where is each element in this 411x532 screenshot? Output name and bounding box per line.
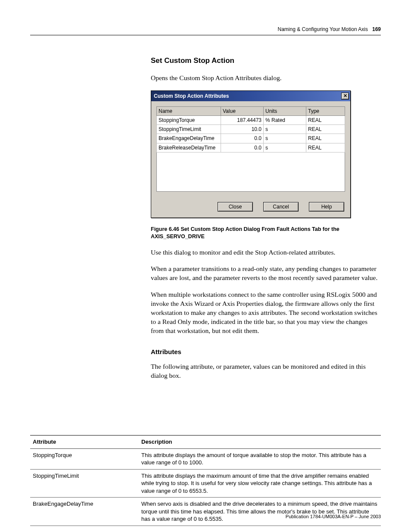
table-row[interactable]: StoppingTimeLimit 10.0 s REAL bbox=[157, 125, 345, 134]
attr-name: BrakeEngageDelayTime bbox=[30, 498, 139, 526]
dialog-titlebar: Custom Stop Action Attributes ✕ bbox=[151, 91, 350, 101]
cell-type[interactable]: REAL bbox=[306, 116, 345, 125]
table-row: BrakeEngageDelayTime When servo axis is … bbox=[30, 498, 381, 526]
dialog-title: Custom Stop Action Attributes bbox=[154, 93, 229, 100]
cell-type[interactable]: REAL bbox=[306, 134, 345, 143]
attr-desc: This attribute displays the maximum amou… bbox=[139, 469, 381, 498]
dialog-button-row: Close Cancel Help bbox=[151, 197, 350, 218]
close-button[interactable]: Close bbox=[218, 202, 253, 212]
grid-empty-area bbox=[156, 152, 345, 192]
attributes-description-table: Attribute Description StoppingTorque Thi… bbox=[30, 435, 381, 526]
th-attribute: Attribute bbox=[30, 436, 139, 449]
chapter-title: Naming & Configuring Your Motion Axis bbox=[278, 26, 368, 33]
cell-value[interactable]: 0.0 bbox=[221, 134, 264, 143]
page-header: Naming & Configuring Your Motion Axis 16… bbox=[30, 26, 381, 35]
table-row: StoppingTimeLimit This attribute display… bbox=[30, 469, 381, 498]
cell-name[interactable]: BrakeReleaseDelayTime bbox=[157, 143, 221, 152]
attr-name: StoppingTimeLimit bbox=[30, 469, 139, 498]
page-number: 169 bbox=[372, 26, 381, 33]
attr-desc: This attribute displays the amount of to… bbox=[139, 448, 381, 469]
intro-paragraph: Opens the Custom Stop Action Attributes … bbox=[151, 74, 381, 83]
cell-units[interactable]: s bbox=[264, 134, 306, 143]
cell-name[interactable]: StoppingTorque bbox=[157, 116, 221, 125]
cell-units[interactable]: % Rated bbox=[264, 116, 306, 125]
cell-value[interactable]: 10.0 bbox=[221, 125, 264, 134]
cell-value[interactable]: 187.44473 bbox=[221, 116, 264, 125]
col-units[interactable]: Units bbox=[264, 106, 306, 115]
help-button[interactable]: Help bbox=[309, 202, 344, 212]
attr-desc: When servo axis is disabled and the driv… bbox=[139, 498, 381, 526]
cell-units[interactable]: s bbox=[264, 143, 306, 152]
section-title: Set Custom Stop Action bbox=[151, 56, 381, 66]
attr-name: StoppingTorque bbox=[30, 448, 139, 469]
table-row[interactable]: BrakeReleaseDelayTime 0.0 s REAL bbox=[157, 143, 345, 152]
custom-stop-action-dialog: Custom Stop Action Attributes ✕ Name Val… bbox=[151, 90, 351, 218]
dialog-body: Name Value Units Type StoppingTorque 187… bbox=[151, 101, 350, 197]
paragraph-readonly: When a parameter transitions to a read-o… bbox=[151, 264, 381, 283]
th-description: Description bbox=[139, 436, 381, 449]
paragraph-use: Use this dialog to monitor and edit the … bbox=[151, 248, 381, 257]
publication-footer: Publication 1784-UM003A-EN-P – June 2003 bbox=[286, 513, 381, 520]
col-name[interactable]: Name bbox=[157, 106, 221, 115]
attributes-grid[interactable]: Name Value Units Type StoppingTorque 187… bbox=[156, 106, 345, 152]
cell-type[interactable]: REAL bbox=[306, 125, 345, 134]
cancel-button[interactable]: Cancel bbox=[263, 202, 299, 212]
table-row[interactable]: StoppingTorque 187.44473 % Rated REAL bbox=[157, 116, 345, 125]
col-value[interactable]: Value bbox=[221, 106, 264, 115]
cell-units[interactable]: s bbox=[264, 125, 306, 134]
cell-value[interactable]: 0.0 bbox=[221, 143, 264, 152]
cell-name[interactable]: BrakeEngageDelayTime bbox=[157, 134, 221, 143]
table-row: StoppingTorque This attribute displays t… bbox=[30, 448, 381, 469]
paragraph-multi: When multiple workstations connect to th… bbox=[151, 290, 381, 336]
attributes-intro: The following attribute, or parameter, v… bbox=[151, 362, 381, 380]
cell-type[interactable]: REAL bbox=[306, 143, 345, 152]
cell-name[interactable]: StoppingTimeLimit bbox=[157, 125, 221, 134]
attributes-heading: Attributes bbox=[151, 348, 381, 356]
close-icon[interactable]: ✕ bbox=[341, 93, 349, 100]
col-type[interactable]: Type bbox=[306, 106, 345, 115]
table-row[interactable]: BrakeEngageDelayTime 0.0 s REAL bbox=[157, 134, 345, 143]
figure-caption: Figure 6.46 Set Custom Stop Action Dialo… bbox=[151, 226, 381, 240]
main-content: Set Custom Stop Action Opens the Custom … bbox=[151, 56, 381, 385]
